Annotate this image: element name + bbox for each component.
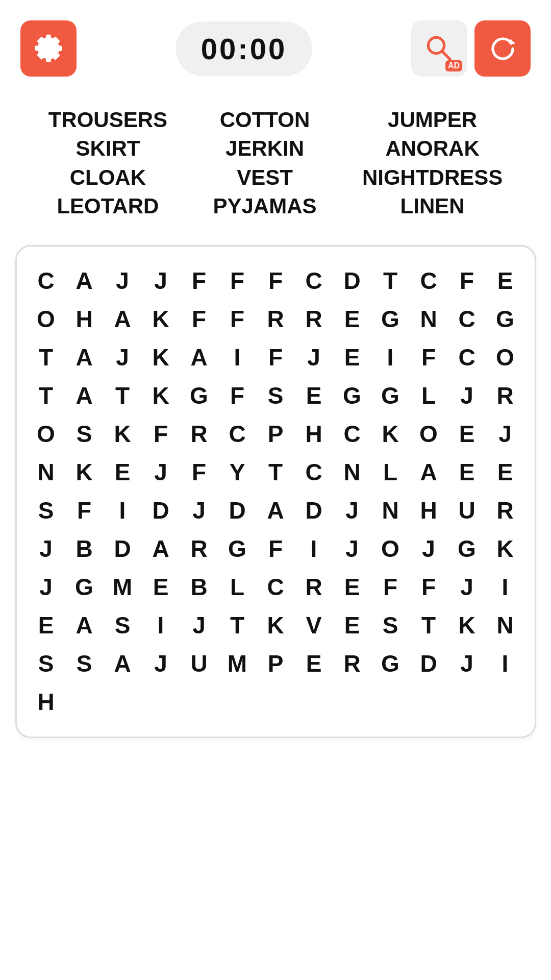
grid-cell[interactable]: U xyxy=(180,645,218,683)
grid-cell[interactable]: M xyxy=(218,645,257,683)
grid-cell[interactable]: T xyxy=(257,453,295,492)
grid-cell[interactable]: F xyxy=(257,530,295,568)
grid-cell[interactable]: K xyxy=(142,300,180,338)
grid-cell[interactable]: O xyxy=(486,338,524,377)
grid-cell[interactable]: R xyxy=(295,300,333,338)
grid-cell[interactable]: N xyxy=(486,606,524,645)
grid-cell[interactable]: S xyxy=(371,606,410,645)
grid-cell[interactable]: C xyxy=(257,568,295,606)
grid-cell[interactable]: A xyxy=(257,492,295,530)
grid-cell[interactable]: C xyxy=(448,300,486,338)
grid-cell[interactable]: F xyxy=(65,492,104,530)
grid-cell[interactable]: L xyxy=(371,453,410,492)
grid-cell[interactable]: C xyxy=(333,415,371,453)
grid-cell[interactable]: H xyxy=(410,492,448,530)
grid-cell[interactable]: F xyxy=(180,453,218,492)
grid-cell[interactable]: F xyxy=(180,300,218,338)
grid-cell[interactable]: C xyxy=(448,338,486,377)
grid-cell[interactable]: J xyxy=(104,262,142,300)
grid-cell[interactable]: E xyxy=(142,568,180,606)
grid-cell[interactable]: O xyxy=(27,300,65,338)
grid-cell[interactable]: C xyxy=(295,453,333,492)
grid-cell[interactable]: T xyxy=(218,606,257,645)
grid-cell[interactable]: C xyxy=(27,262,65,300)
grid-cell[interactable]: G xyxy=(371,645,410,683)
grid-cell[interactable]: V xyxy=(295,606,333,645)
grid-cell[interactable]: J xyxy=(448,645,486,683)
grid-cell[interactable]: Y xyxy=(218,453,257,492)
grid-cell[interactable]: F xyxy=(371,568,410,606)
settings-button[interactable] xyxy=(20,20,77,77)
grid-cell[interactable]: C xyxy=(295,262,333,300)
grid-cell[interactable]: E xyxy=(27,606,65,645)
word-search-grid[interactable]: CAJJFFFCDTCFEOHAKFFRREGNCGTAJKAIFJEIFCOT… xyxy=(27,262,524,721)
grid-cell[interactable]: E xyxy=(448,453,486,492)
grid-cell[interactable]: H xyxy=(65,300,104,338)
grid-cell[interactable]: R xyxy=(180,415,218,453)
grid-cell[interactable]: D xyxy=(142,492,180,530)
grid-cell[interactable]: F xyxy=(257,338,295,377)
grid-cell[interactable]: G xyxy=(371,377,410,415)
grid-cell[interactable]: G xyxy=(65,568,104,606)
grid-cell[interactable]: I xyxy=(295,530,333,568)
grid-cell[interactable]: C xyxy=(218,415,257,453)
grid-cell[interactable]: S xyxy=(104,606,142,645)
grid-cell[interactable]: A xyxy=(410,453,448,492)
grid-cell[interactable]: E xyxy=(295,645,333,683)
grid-cell[interactable]: J xyxy=(142,645,180,683)
grid-cell[interactable]: J xyxy=(295,338,333,377)
grid-cell[interactable]: D xyxy=(410,645,448,683)
grid-cell[interactable]: R xyxy=(486,492,524,530)
grid-cell[interactable]: K xyxy=(142,377,180,415)
grid-cell[interactable]: G xyxy=(486,300,524,338)
grid-cell[interactable]: E xyxy=(295,377,333,415)
grid-cell[interactable]: P xyxy=(257,415,295,453)
grid-cell[interactable]: F xyxy=(448,262,486,300)
grid-cell[interactable]: J xyxy=(180,492,218,530)
search-ad-button[interactable]: AD xyxy=(411,20,467,77)
grid-cell[interactable]: K xyxy=(104,415,142,453)
grid-cell[interactable]: I xyxy=(142,606,180,645)
grid-cell[interactable]: G xyxy=(371,300,410,338)
grid-cell[interactable]: G xyxy=(448,530,486,568)
grid-cell[interactable]: J xyxy=(448,377,486,415)
grid-cell[interactable]: G xyxy=(333,377,371,415)
grid-cell[interactable]: A xyxy=(104,300,142,338)
grid-cell[interactable]: I xyxy=(371,338,410,377)
grid-cell[interactable]: M xyxy=(104,568,142,606)
grid-cell[interactable]: A xyxy=(65,262,104,300)
grid-cell[interactable]: R xyxy=(180,530,218,568)
grid-cell[interactable]: F xyxy=(180,262,218,300)
grid-cell[interactable]: O xyxy=(371,530,410,568)
grid-cell[interactable]: A xyxy=(104,645,142,683)
grid-cell[interactable]: T xyxy=(104,377,142,415)
grid-cell[interactable]: E xyxy=(486,262,524,300)
grid-cell[interactable]: R xyxy=(257,300,295,338)
grid-cell[interactable]: F xyxy=(218,300,257,338)
grid-cell[interactable]: A xyxy=(65,606,104,645)
grid-cell[interactable]: S xyxy=(65,415,104,453)
grid-cell[interactable]: J xyxy=(448,568,486,606)
grid-cell[interactable]: E xyxy=(333,338,371,377)
grid-cell[interactable]: N xyxy=(27,453,65,492)
grid-cell[interactable]: J xyxy=(27,530,65,568)
grid-cell[interactable]: U xyxy=(448,492,486,530)
grid-cell[interactable]: A xyxy=(65,338,104,377)
grid-cell[interactable]: F xyxy=(257,262,295,300)
grid-cell[interactable]: F xyxy=(218,377,257,415)
grid-cell[interactable]: A xyxy=(142,530,180,568)
grid-cell[interactable]: S xyxy=(65,645,104,683)
grid-cell[interactable]: J xyxy=(333,492,371,530)
grid-cell[interactable]: E xyxy=(333,300,371,338)
grid-cell[interactable]: I xyxy=(218,338,257,377)
grid-cell[interactable]: D xyxy=(333,262,371,300)
grid-cell[interactable]: F xyxy=(142,415,180,453)
grid-cell[interactable]: K xyxy=(142,338,180,377)
grid-cell[interactable]: G xyxy=(218,530,257,568)
grid-cell[interactable]: I xyxy=(486,645,524,683)
grid-cell[interactable]: L xyxy=(218,568,257,606)
grid-cell[interactable]: H xyxy=(27,683,65,721)
grid-cell[interactable]: E xyxy=(104,453,142,492)
grid-cell[interactable]: D xyxy=(295,492,333,530)
grid-cell[interactable]: T xyxy=(371,262,410,300)
